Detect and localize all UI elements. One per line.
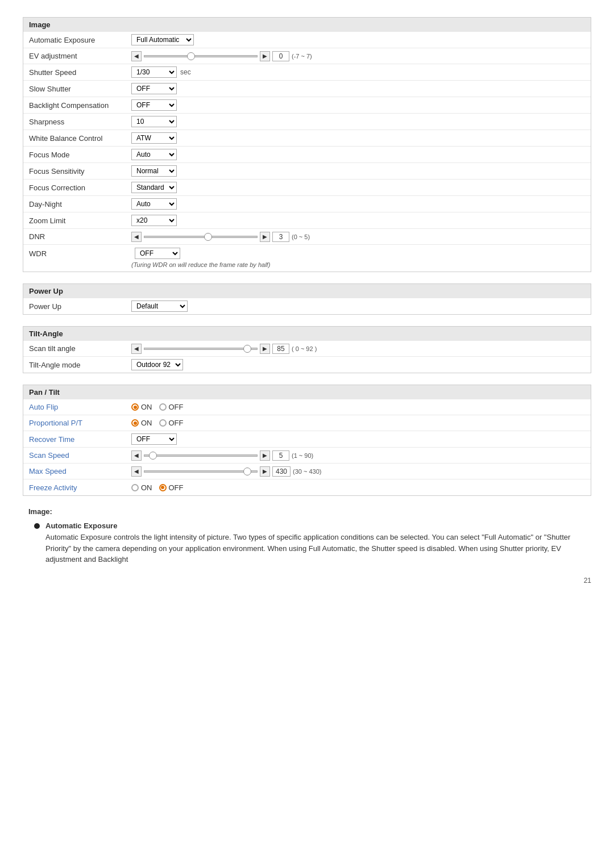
select-focus-mode[interactable]: Auto Manual [131, 149, 177, 160]
select-day-night[interactable]: Auto Day Night [131, 198, 177, 210]
label-scan-tilt-angle: Scan tilt angle [29, 344, 131, 353]
select-wdr[interactable]: OFF ON [135, 248, 180, 259]
select-zoom-limit[interactable]: x20 x10 x5 [131, 215, 177, 226]
row-automatic-exposure: Automatic Exposure Full Automatic Shutte… [23, 32, 591, 48]
dnr-slider-left-btn[interactable]: ◀ [131, 232, 142, 242]
proportional-pt-on-radio[interactable] [131, 419, 139, 427]
select-white-balance-control[interactable]: ATW Manual [131, 132, 177, 144]
select-tilt-angle-mode[interactable]: Outdoor 92 Indoor 30 [131, 359, 183, 370]
row-focus-mode: Focus Mode Auto Manual [23, 147, 591, 163]
ev-slider-track[interactable] [144, 55, 258, 57]
row-scan-tilt-angle: Scan tilt angle ◀ ▶ 85 ( 0 ~ 92 ) [23, 341, 591, 357]
ev-slider-left-btn[interactable]: ◀ [131, 51, 142, 61]
scan-speed-slider-track[interactable] [144, 454, 258, 457]
label-power-up: Power Up [29, 302, 131, 311]
max-speed-slider-track[interactable] [144, 470, 258, 473]
select-backlight-compensation[interactable]: OFF ON [131, 99, 177, 111]
tilt-slider-thumb[interactable] [243, 345, 251, 353]
desc-item-text-automatic-exposure: Automatic Exposure controls the light in… [45, 532, 586, 565]
powerup-section: Power Up Power Up Default Last Position [23, 283, 591, 315]
tilt-slider-left-btn[interactable]: ◀ [131, 344, 142, 354]
proportional-pt-off-radio[interactable] [159, 419, 167, 427]
control-scan-speed: ◀ ▶ 5 (1 ~ 90) [131, 450, 585, 461]
select-focus-sensitivity[interactable]: Normal Low High [131, 165, 177, 177]
row-recover-time: Recover Time OFF 1s 2s 5s [23, 431, 591, 448]
ev-slider-right-btn[interactable]: ▶ [260, 51, 270, 61]
control-dnr: ◀ ▶ 3 (0 ~ 5) [131, 232, 585, 242]
tilt-slider-right-btn[interactable]: ▶ [260, 344, 270, 354]
max-speed-slider-value: 430 [272, 466, 291, 477]
ev-slider-thumb[interactable] [187, 52, 195, 60]
control-proportional-pt: ON OFF [131, 419, 585, 427]
dnr-slider-thumb[interactable] [204, 233, 212, 241]
label-slow-shutter: Slow Shutter [29, 85, 131, 93]
freeze-activity-off[interactable]: OFF [159, 483, 184, 492]
scan-speed-left-btn[interactable]: ◀ [131, 450, 142, 461]
select-power-up[interactable]: Default Last Position [131, 301, 188, 312]
select-recover-time[interactable]: OFF 1s 2s 5s [131, 433, 177, 445]
row-ev-adjustment: EV adjustment ◀ ▶ 0 (-7 ~ 7) [23, 48, 591, 64]
control-backlight-compensation: OFF ON [131, 99, 585, 111]
pan-tilt-section: Pan / Tilt Auto Flip ON OFF Proportional… [23, 385, 591, 496]
row-focus-correction: Focus Correction Standard Low High [23, 180, 591, 196]
row-day-night: Day-Night Auto Day Night [23, 196, 591, 212]
max-speed-slider-thumb[interactable] [243, 468, 251, 475]
auto-flip-off[interactable]: OFF [159, 403, 184, 411]
auto-flip-on-radio[interactable] [131, 403, 139, 411]
scan-speed-range-hint: (1 ~ 90) [292, 452, 313, 459]
select-focus-correction[interactable]: Standard Low High [131, 182, 177, 193]
row-backlight-compensation: Backlight Compensation OFF ON [23, 97, 591, 114]
image-section-header: Image [23, 18, 591, 32]
auto-flip-off-radio[interactable] [159, 403, 167, 411]
dnr-slider-container: ◀ ▶ 3 (0 ~ 5) [131, 232, 310, 242]
label-dnr: DNR [29, 232, 131, 241]
freeze-activity-off-label: OFF [169, 483, 184, 492]
row-freeze-activity: Freeze Activity ON OFF [23, 479, 591, 495]
control-scan-tilt-angle: ◀ ▶ 85 ( 0 ~ 92 ) [131, 344, 585, 354]
image-section: Image Automatic Exposure Full Automatic … [23, 17, 591, 272]
powerup-section-header: Power Up [23, 284, 591, 298]
desc-item-title-automatic-exposure: Automatic Exposure [45, 521, 586, 530]
label-focus-correction: Focus Correction [29, 183, 131, 192]
scan-speed-slider-container: ◀ ▶ 5 (1 ~ 90) [131, 450, 313, 461]
freeze-activity-on-radio[interactable] [131, 484, 139, 491]
max-speed-right-btn[interactable]: ▶ [260, 466, 270, 477]
label-backlight-compensation: Backlight Compensation [29, 101, 131, 110]
wdr-note: (Turing WDR on will reduce the frame rat… [131, 261, 270, 268]
scan-speed-right-btn[interactable]: ▶ [260, 450, 270, 461]
dnr-slider-right-btn[interactable]: ▶ [260, 232, 270, 242]
proportional-pt-off[interactable]: OFF [159, 419, 184, 427]
select-shutter-speed[interactable]: 1/30 1/60 1/120 [131, 66, 177, 78]
auto-flip-off-label: OFF [169, 403, 184, 411]
row-slow-shutter: Slow Shutter OFF ON [23, 81, 591, 97]
select-slow-shutter[interactable]: OFF ON [131, 83, 177, 94]
scan-speed-slider-thumb[interactable] [149, 452, 157, 460]
control-zoom-limit: x20 x10 x5 [131, 215, 585, 226]
label-automatic-exposure: Automatic Exposure [29, 36, 131, 44]
row-scan-speed: Scan Speed ◀ ▶ 5 (1 ~ 90) [23, 448, 591, 464]
row-white-balance-control: White Balance Control ATW Manual [23, 130, 591, 147]
tilt-slider-track[interactable] [144, 348, 258, 350]
proportional-pt-on[interactable]: ON [131, 419, 152, 427]
label-white-balance-control: White Balance Control [29, 134, 131, 143]
description-title: Image: [28, 507, 586, 516]
tilt-angle-section-header: Tilt-Angle [23, 327, 591, 341]
control-tilt-angle-mode: Outdoor 92 Indoor 30 [131, 359, 585, 370]
max-speed-left-btn[interactable]: ◀ [131, 466, 142, 477]
control-auto-flip: ON OFF [131, 403, 585, 411]
select-sharpness[interactable]: 1234 5678 910 [131, 116, 177, 127]
dnr-slider-track[interactable] [144, 236, 258, 238]
control-white-balance-control: ATW Manual [131, 132, 585, 144]
label-freeze-activity: Freeze Activity [29, 483, 131, 492]
label-focus-mode: Focus Mode [29, 151, 131, 159]
freeze-activity-off-radio[interactable] [159, 484, 167, 491]
auto-flip-radio-group: ON OFF [131, 403, 184, 411]
row-tilt-angle-mode: Tilt-Angle mode Outdoor 92 Indoor 30 [23, 357, 591, 373]
freeze-activity-on[interactable]: ON [131, 483, 152, 492]
row-wdr: WDR OFF ON (Turing WDR on will reduce th… [23, 245, 591, 272]
description-list: Automatic Exposure Automatic Exposure co… [28, 521, 586, 565]
select-automatic-exposure[interactable]: Full Automatic Shutter Priority [131, 34, 194, 45]
auto-flip-on[interactable]: ON [131, 403, 152, 411]
control-sharpness: 1234 5678 910 [131, 116, 585, 127]
row-zoom-limit: Zoom Limit x20 x10 x5 [23, 212, 591, 229]
